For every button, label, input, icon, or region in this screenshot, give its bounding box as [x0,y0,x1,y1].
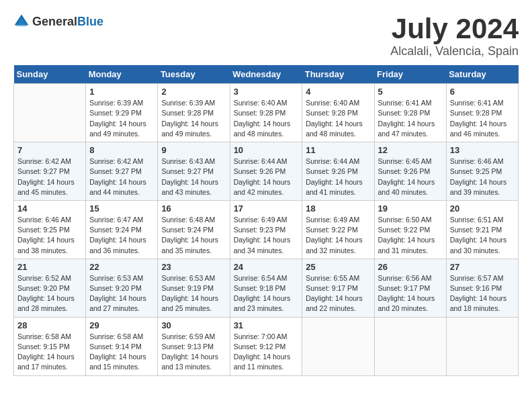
calendar-cell: 27Sunrise: 6:57 AMSunset: 9:16 PMDayligh… [446,259,518,317]
calendar-header-sunday: Sunday [14,65,86,84]
day-number: 1 [89,87,154,97]
day-info: Sunrise: 6:53 AMSunset: 9:19 PMDaylight:… [161,273,226,314]
day-number: 25 [306,262,370,272]
calendar-cell: 23Sunrise: 6:53 AMSunset: 9:19 PMDayligh… [158,259,230,317]
calendar-cell: 26Sunrise: 6:56 AMSunset: 9:17 PMDayligh… [374,259,446,317]
day-number: 9 [161,145,226,155]
day-info: Sunrise: 6:42 AMSunset: 9:27 PMDaylight:… [89,156,154,197]
day-number: 12 [378,145,443,155]
calendar-cell: 3Sunrise: 6:40 AMSunset: 9:28 PMDaylight… [230,84,302,142]
calendar-cell: 29Sunrise: 6:58 AMSunset: 9:14 PMDayligh… [86,317,158,375]
logo-general: General [32,15,77,28]
calendar-cell: 4Sunrise: 6:40 AMSunset: 9:28 PMDaylight… [302,84,374,142]
day-number: 13 [450,145,515,155]
day-info: Sunrise: 6:40 AMSunset: 9:28 PMDaylight:… [234,98,299,139]
day-number: 19 [378,203,443,214]
calendar-cell: 10Sunrise: 6:44 AMSunset: 9:26 PMDayligh… [230,142,302,201]
calendar-cell: 8Sunrise: 6:42 AMSunset: 9:27 PMDaylight… [86,142,158,201]
day-info: Sunrise: 6:41 AMSunset: 9:28 PMDaylight:… [378,98,443,139]
day-number: 14 [17,203,82,214]
calendar-cell: 11Sunrise: 6:44 AMSunset: 9:26 PMDayligh… [302,142,374,201]
day-number: 15 [89,203,154,214]
day-info: Sunrise: 6:50 AMSunset: 9:22 PMDaylight:… [378,215,443,256]
day-info: Sunrise: 7:00 AMSunset: 9:12 PMDaylight:… [234,332,299,373]
day-info: Sunrise: 6:44 AMSunset: 9:26 PMDaylight:… [234,156,299,197]
calendar-cell: 6Sunrise: 6:41 AMSunset: 9:28 PMDaylight… [446,84,518,142]
day-info: Sunrise: 6:47 AMSunset: 9:24 PMDaylight:… [89,215,154,256]
day-number: 7 [17,145,82,155]
calendar-cell: 20Sunrise: 6:51 AMSunset: 9:21 PMDayligh… [446,200,518,259]
calendar-cell: 17Sunrise: 6:49 AMSunset: 9:23 PMDayligh… [230,200,302,259]
calendar-header-saturday: Saturday [446,65,518,84]
day-number: 11 [306,145,370,155]
calendar-cell: 9Sunrise: 6:43 AMSunset: 9:27 PMDaylight… [158,142,230,201]
day-info: Sunrise: 6:49 AMSunset: 9:23 PMDaylight:… [234,215,299,256]
calendar-cell [302,317,374,375]
calendar-header-monday: Monday [86,65,158,84]
day-info: Sunrise: 6:42 AMSunset: 9:27 PMDaylight:… [17,156,82,197]
day-info: Sunrise: 6:39 AMSunset: 9:29 PMDaylight:… [89,98,154,139]
day-number: 20 [450,203,515,214]
day-info: Sunrise: 6:52 AMSunset: 9:20 PMDaylight:… [17,273,82,314]
calendar-cell: 5Sunrise: 6:41 AMSunset: 9:28 PMDaylight… [374,84,446,142]
calendar-header-thursday: Thursday [302,65,374,84]
calendar-cell: 14Sunrise: 6:46 AMSunset: 9:25 PMDayligh… [14,200,86,259]
calendar-header-row: SundayMondayTuesdayWednesdayThursdayFrid… [14,65,519,84]
day-info: Sunrise: 6:39 AMSunset: 9:28 PMDaylight:… [161,98,226,139]
calendar-cell [446,317,518,375]
day-info: Sunrise: 6:59 AMSunset: 9:13 PMDaylight:… [161,332,226,373]
day-info: Sunrise: 6:57 AMSunset: 9:16 PMDaylight:… [450,273,515,314]
day-number: 18 [306,203,370,214]
day-info: Sunrise: 6:54 AMSunset: 9:18 PMDaylight:… [234,273,299,314]
calendar-cell: 21Sunrise: 6:52 AMSunset: 9:20 PMDayligh… [14,259,86,317]
title-block: July 2024 Alcalali, Valencia, Spain [390,13,519,58]
calendar-cell: 28Sunrise: 6:58 AMSunset: 9:15 PMDayligh… [14,317,86,375]
day-info: Sunrise: 6:56 AMSunset: 9:17 PMDaylight:… [378,273,443,314]
calendar-cell [14,84,86,142]
day-number: 4 [306,87,370,97]
day-number: 6 [450,87,515,97]
day-number: 24 [234,262,299,272]
calendar-cell: 22Sunrise: 6:53 AMSunset: 9:20 PMDayligh… [86,259,158,317]
day-info: Sunrise: 6:55 AMSunset: 9:17 PMDaylight:… [306,273,370,314]
day-number: 23 [161,262,226,272]
day-number: 17 [234,203,299,214]
day-info: Sunrise: 6:53 AMSunset: 9:20 PMDaylight:… [89,273,154,314]
calendar-cell: 2Sunrise: 6:39 AMSunset: 9:28 PMDaylight… [158,84,230,142]
calendar-body: 1Sunrise: 6:39 AMSunset: 9:29 PMDaylight… [14,84,519,375]
calendar-week-row: 28Sunrise: 6:58 AMSunset: 9:15 PMDayligh… [14,317,519,375]
logo-icon [13,13,30,30]
day-info: Sunrise: 6:41 AMSunset: 9:28 PMDaylight:… [450,98,515,139]
calendar-cell: 13Sunrise: 6:46 AMSunset: 9:25 PMDayligh… [446,142,518,201]
day-number: 3 [234,87,299,97]
calendar-cell: 15Sunrise: 6:47 AMSunset: 9:24 PMDayligh… [86,200,158,259]
day-number: 2 [161,87,226,97]
day-number: 22 [89,262,154,272]
day-number: 28 [17,320,82,330]
day-info: Sunrise: 6:49 AMSunset: 9:22 PMDaylight:… [306,215,370,256]
calendar-week-row: 1Sunrise: 6:39 AMSunset: 9:29 PMDaylight… [14,84,519,142]
day-info: Sunrise: 6:44 AMSunset: 9:26 PMDaylight:… [306,156,370,197]
day-number: 27 [450,262,515,272]
calendar-cell [374,317,446,375]
calendar-header-wednesday: Wednesday [230,65,302,84]
day-number: 31 [234,320,299,330]
day-info: Sunrise: 6:43 AMSunset: 9:27 PMDaylight:… [161,156,226,197]
day-number: 16 [161,203,226,214]
logo-blue: Blue [77,15,103,28]
day-number: 21 [17,262,82,272]
day-number: 8 [89,145,154,155]
calendar-cell: 25Sunrise: 6:55 AMSunset: 9:17 PMDayligh… [302,259,374,317]
calendar-cell: 16Sunrise: 6:48 AMSunset: 9:24 PMDayligh… [158,200,230,259]
day-number: 10 [234,145,299,155]
location-title: Alcalali, Valencia, Spain [390,44,519,58]
calendar-cell: 30Sunrise: 6:59 AMSunset: 9:13 PMDayligh… [158,317,230,375]
day-number: 30 [161,320,226,330]
calendar-table: SundayMondayTuesdayWednesdayThursdayFrid… [13,65,519,375]
day-number: 26 [378,262,443,272]
calendar-cell: 31Sunrise: 7:00 AMSunset: 9:12 PMDayligh… [230,317,302,375]
day-info: Sunrise: 6:58 AMSunset: 9:14 PMDaylight:… [89,332,154,373]
day-info: Sunrise: 6:51 AMSunset: 9:21 PMDaylight:… [450,215,515,256]
calendar-cell: 12Sunrise: 6:45 AMSunset: 9:26 PMDayligh… [374,142,446,201]
day-number: 29 [89,320,154,330]
